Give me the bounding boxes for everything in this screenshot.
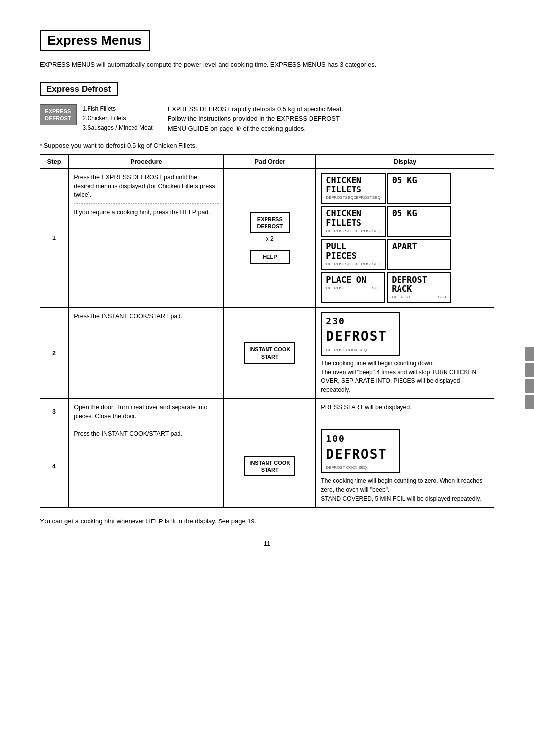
sidebar-mark-4 xyxy=(525,395,534,409)
pad-instant-cook-start-4[interactable]: INSTANT COOK START xyxy=(244,456,295,477)
procedure-1: Press the EXPRESS DEFROST pad until the … xyxy=(69,169,224,308)
pad-order-3 xyxy=(224,399,316,425)
pad-express-defrost[interactable]: EXPRESS DEFROST xyxy=(250,212,290,234)
procedure-text-1b: If you require a cooking hint, press the… xyxy=(74,208,219,217)
procedure-2: Press the INSTANT COOK/START pad. xyxy=(69,307,224,398)
instruction-table: Step Procedure Pad Order Display 1 Press… xyxy=(40,154,494,508)
step-number-1: 1 xyxy=(40,169,69,308)
col-display: Display xyxy=(316,155,494,169)
defrost-description: EXPRESS DEFROST rapidly defrosts 0.5 kg … xyxy=(168,104,346,134)
step-number-4: 4 xyxy=(40,425,69,507)
pad-order-1: EXPRESS DEFROST x 2 HELP xyxy=(224,169,316,308)
step-number-2: 2 xyxy=(40,307,69,398)
sidebar-mark-1 xyxy=(525,347,534,361)
sidebar-mark-2 xyxy=(525,363,534,377)
menu-list: 1.Fish Fillets 2.Chicken Fillets 3.Sausa… xyxy=(83,104,153,133)
pad-order-4: INSTANT COOK START xyxy=(224,425,316,507)
footer-note: You can get a cooking hint whenever HELP… xyxy=(40,518,494,525)
section-title: Express Defrost xyxy=(40,82,118,96)
lcd-chicken-fillets-1: CHICKENFILLETS DEFROSTSEQDEFROSTSEQ xyxy=(321,173,385,204)
display-2: 230 DEFROST DEFROST COOK SEQ The cooking… xyxy=(316,307,494,398)
express-defrost-button: EXPRESS DEFROST xyxy=(40,104,77,126)
lcd-100-defrost: 100 DEFROST DEFROST COOK SEQ xyxy=(321,429,400,473)
procedure-4: Press the INSTANT COOK/START pad. xyxy=(69,425,224,507)
sidebar-mark-3 xyxy=(525,379,534,393)
pad-order-2: INSTANT COOK START xyxy=(224,307,316,398)
lcd-apart: APART xyxy=(387,239,451,270)
table-row: 2 Press the INSTANT COOK/START pad. INST… xyxy=(40,307,494,398)
express-defrost-intro: EXPRESS DEFROST 1.Fish Fillets 2.Chicken… xyxy=(40,104,494,134)
lcd-230-defrost: 230 DEFROST DEFROST COOK SEQ xyxy=(321,312,400,356)
procedure-text-3a: Open the door. Turn meat over and separa… xyxy=(74,403,219,421)
display-text-4: The cooking time will begin counting to … xyxy=(321,476,489,503)
page-number: 11 xyxy=(40,540,494,547)
lcd-05kg-1: 05 KG xyxy=(387,173,451,204)
col-pad-order: Pad Order xyxy=(224,155,316,169)
col-procedure: Procedure xyxy=(69,155,224,169)
lcd-defrost-rack: DEFROSTRACK DEFROSTSEQ xyxy=(387,272,451,303)
table-row: 3 Open the door. Turn meat over and sepa… xyxy=(40,399,494,425)
menu-item-1: 1.Fish Fillets xyxy=(83,104,153,114)
intro-text: EXPRESS MENUS will automatically compute… xyxy=(40,60,494,70)
lcd-place-on: PLACE ON DEFROSTSEQ xyxy=(321,272,385,303)
x2-label: x 2 xyxy=(266,235,274,243)
display-4: 100 DEFROST DEFROST COOK SEQ The cooking… xyxy=(316,425,494,507)
sidebar-marks xyxy=(525,347,534,409)
display-text-2: The cooking time will begin counting dow… xyxy=(321,359,489,394)
lcd-05kg-2: 05 KG xyxy=(387,206,451,237)
procedure-text-2a: Press the INSTANT COOK/START pad. xyxy=(74,312,219,321)
display-text-3: PRESS START will be displayed. xyxy=(321,403,489,412)
display-3: PRESS START will be displayed. xyxy=(316,399,494,425)
menu-item-2: 2.Chicken Fillets xyxy=(83,114,153,123)
menu-item-3: 3.Sausages / Minced Meat xyxy=(83,123,153,133)
pad-instant-cook-start-2[interactable]: INSTANT COOK START xyxy=(244,342,295,364)
table-row: 1 Press the EXPRESS DEFROST pad until th… xyxy=(40,169,494,308)
step-number-3: 3 xyxy=(40,399,69,425)
lcd-chicken-fillets-2: CHICKENFILLETS DEFROSTSEQDEFROSTSEQ xyxy=(321,206,385,237)
procedure-text-1a: Press the EXPRESS DEFROST pad until the … xyxy=(74,173,219,199)
procedure-text-4a: Press the INSTANT COOK/START pad. xyxy=(74,429,219,438)
display-1: CHICKENFILLETS DEFROSTSEQDEFROSTSEQ 05 K… xyxy=(316,169,494,308)
suppose-text: * Suppose you want to defrost 0.5 kg of … xyxy=(40,142,494,149)
procedure-3: Open the door. Turn meat over and separa… xyxy=(69,399,224,425)
col-step: Step xyxy=(40,155,69,169)
page-title: Express Menus xyxy=(40,30,150,51)
table-row: 4 Press the INSTANT COOK/START pad. INST… xyxy=(40,425,494,507)
pad-help[interactable]: HELP xyxy=(250,250,290,264)
lcd-pull-pieces: PULLPIECES DEFROSTSEQDEFROSTSEQ xyxy=(321,239,385,270)
